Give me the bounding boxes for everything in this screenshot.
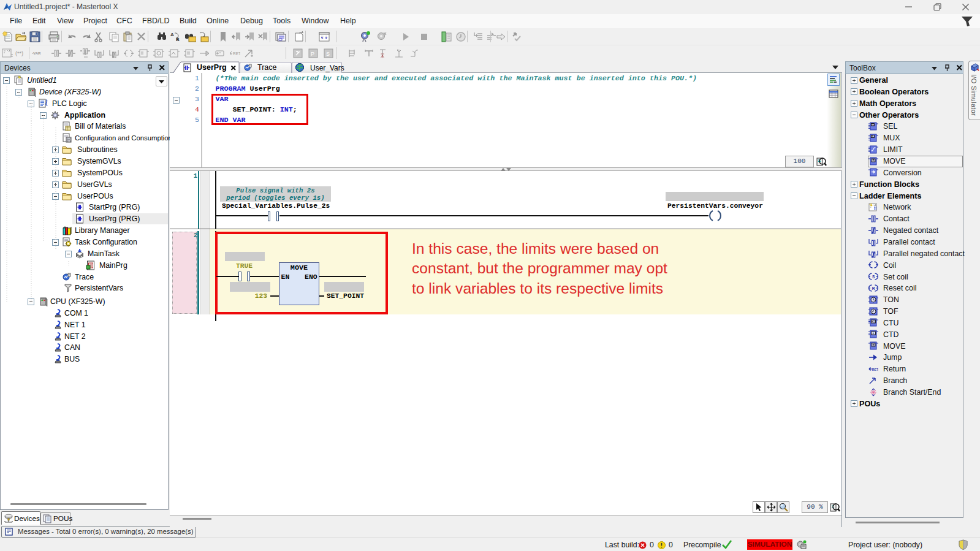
svg-text:A: A <box>170 32 174 37</box>
svg-text:RET: RET <box>872 367 879 371</box>
svg-text:B: B <box>176 37 180 42</box>
svg-text:S: S <box>326 51 330 57</box>
svg-text:P: P <box>311 51 314 57</box>
svg-text:K: K <box>872 135 874 138</box>
svg-text:-VAR: -VAR <box>32 51 41 55</box>
svg-text:+1: +1 <box>872 321 875 324</box>
svg-text:RET: RET <box>233 51 240 56</box>
svg-text:01: 01 <box>872 123 875 126</box>
svg-text:S: S <box>872 275 875 279</box>
svg-text:(**): (**) <box>15 50 23 56</box>
svg-text:R: R <box>872 286 875 290</box>
svg-text:-1: -1 <box>872 332 875 335</box>
